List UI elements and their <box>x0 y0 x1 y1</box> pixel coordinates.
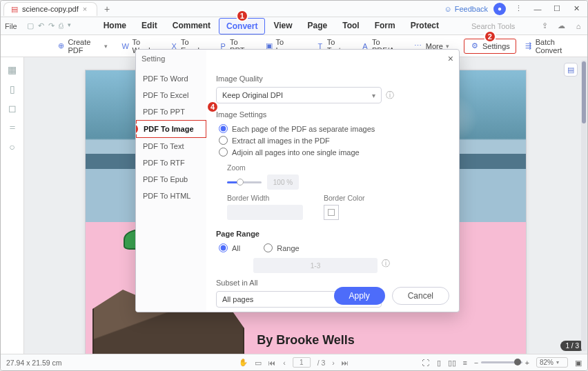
tab-protect[interactable]: Protect <box>404 18 446 34</box>
radio-extract[interactable] <box>219 136 228 145</box>
redo-icon[interactable]: ↷ <box>48 21 55 30</box>
maximize-button[interactable]: ☐ <box>550 3 564 15</box>
close-tab-icon[interactable]: × <box>83 5 87 13</box>
side-pdf-to-rtf[interactable]: PDF To RTF <box>136 154 206 171</box>
vertical-scrollbar[interactable] <box>581 60 587 351</box>
side-pdf-to-excel[interactable]: PDF To Excel <box>136 87 206 103</box>
settings-dialog: Setting × PDF To Word PDF To Excel PDF T… <box>135 49 460 312</box>
side-pdf-to-text[interactable]: PDF To Text <box>136 138 206 154</box>
radio-range[interactable] <box>264 243 273 252</box>
zoom-value-box[interactable]: 100 % <box>267 174 299 190</box>
continuous-icon[interactable]: ≡ <box>463 359 467 367</box>
radio-each-page[interactable] <box>219 124 228 133</box>
batch-convert-button[interactable]: ⇶ Batch Convert <box>519 36 582 57</box>
tab-edit[interactable]: Edit <box>135 18 164 34</box>
info-icon[interactable]: ⓘ <box>386 90 394 101</box>
select-tool-icon[interactable]: ▭ <box>255 359 262 367</box>
scrollbar-thumb[interactable] <box>582 61 586 123</box>
page-range-all[interactable]: All <box>216 242 240 254</box>
border-color-picker[interactable] <box>324 205 339 220</box>
prev-page-icon[interactable]: ‹ <box>283 359 286 367</box>
callout-3: 3 <box>135 123 139 135</box>
zoom-slider-knob[interactable] <box>237 179 244 186</box>
minimize-button[interactable]: — <box>531 3 545 15</box>
kebab-icon[interactable]: ⋮ <box>511 3 525 15</box>
apply-button[interactable]: Apply <box>334 287 385 305</box>
feedback-link[interactable]: ☺ Feedback <box>444 5 488 13</box>
file-menu[interactable]: File <box>5 22 17 30</box>
save-icon[interactable]: ▢ <box>27 21 34 30</box>
side-pdf-to-ppt[interactable]: PDF To PPT <box>136 103 206 120</box>
fullscreen-icon[interactable]: ▣ <box>575 359 582 367</box>
opt-adjoin[interactable]: Adjoin all pages into one single image <box>216 146 449 158</box>
search-tools-input[interactable]: Search Tools <box>471 22 533 30</box>
last-page-icon[interactable]: ⏭ <box>342 359 349 367</box>
side-pdf-to-epub[interactable]: PDF To Epub <box>136 171 206 188</box>
tab-view[interactable]: View <box>266 18 299 34</box>
info-icon[interactable]: ⓘ <box>382 258 390 270</box>
image-quality-label: Image Quality <box>216 74 449 83</box>
tab-home[interactable]: Home <box>97 18 133 34</box>
tab-comment[interactable]: Comment <box>166 18 217 34</box>
word-icon: W <box>121 41 130 51</box>
fit-width-icon[interactable]: ⛶ <box>422 359 430 367</box>
zoom-out-icon[interactable]: − <box>474 359 478 367</box>
border-width-input[interactable] <box>227 205 303 220</box>
side-pdf-to-html[interactable]: PDF To HTML <box>136 188 206 204</box>
border-width-label: Border Width <box>227 194 303 202</box>
zoom-percent-dropdown[interactable]: 82% ▾ <box>536 357 568 368</box>
radio-adjoin[interactable] <box>219 148 228 157</box>
tab-title: science-copy.pdf <box>22 5 79 13</box>
gear-icon: ⚙ <box>470 41 480 51</box>
side-pdf-to-image[interactable]: 3 PDF To Image <box>136 120 206 138</box>
zoom-in-icon[interactable]: + <box>525 359 529 367</box>
attachment-icon[interactable]: ＝ <box>7 122 18 133</box>
print-icon[interactable]: ⎙ <box>59 21 63 30</box>
cancel-button[interactable]: Cancel <box>392 287 449 305</box>
dialog-title: Setting <box>141 54 165 63</box>
close-window-button[interactable]: ✕ <box>569 3 583 15</box>
tab-tool[interactable]: Tool <box>335 18 366 34</box>
thumbnails-icon[interactable]: ▦ <box>7 64 18 75</box>
document-tab[interactable]: ▤ science-copy.pdf × <box>3 2 97 16</box>
page-range-label: Page Range <box>216 230 449 238</box>
left-rail: ▦ ▯ ◻ ＝ ○ <box>1 57 24 354</box>
pdf-file-icon: ▤ <box>11 5 18 14</box>
user-avatar[interactable]: ● <box>493 3 506 15</box>
comment-icon[interactable]: ◻ <box>7 103 18 114</box>
first-page-icon[interactable]: ⏮ <box>268 359 276 367</box>
zoom-slider-control[interactable] <box>227 181 262 183</box>
title-bar: ▤ science-copy.pdf × + ☺ Feedback ● ⋮ — … <box>1 1 587 17</box>
search-icon[interactable]: ○ <box>7 141 18 152</box>
dropdown-chevron-icon[interactable]: ▾ <box>68 21 71 30</box>
zoom-label: Zoom <box>227 163 449 172</box>
side-pdf-to-word[interactable]: PDF To Word <box>136 70 206 87</box>
create-pdf-icon: ⊕ <box>57 41 66 51</box>
hand-tool-icon[interactable]: ✋ <box>239 358 248 367</box>
new-tab-button[interactable]: + <box>100 3 114 14</box>
page-thumbnail-icon[interactable]: ▤ <box>564 63 578 77</box>
settings-button[interactable]: 2 ⚙ Settings <box>464 39 516 54</box>
page-range-range[interactable]: Range <box>261 242 299 254</box>
radio-all[interactable] <box>219 243 228 252</box>
page-range-input[interactable]: 1-3 <box>253 258 378 273</box>
bookmark-icon[interactable]: ▯ <box>7 83 18 94</box>
share-icon[interactable]: ⇪ <box>540 21 550 31</box>
tab-page[interactable]: Page <box>301 18 335 34</box>
opt-extract[interactable]: Extract all images in the PDF <box>216 134 449 146</box>
image-quality-select[interactable]: Keep Original DPI ▾ <box>216 87 382 103</box>
zoom-slider[interactable]: − + <box>474 359 529 367</box>
two-page-icon[interactable]: ▯▯ <box>448 359 456 367</box>
home-icon[interactable]: ⌂ <box>574 21 583 31</box>
batch-icon: ⇶ <box>525 41 533 51</box>
tab-convert[interactable]: Convert 1 <box>219 18 265 34</box>
next-page-icon[interactable]: › <box>332 359 335 367</box>
dialog-main: Image Quality Keep Original DPI ▾ ⓘ 4 Im… <box>206 50 459 312</box>
undo-icon[interactable]: ↶ <box>38 21 44 30</box>
page-number-input[interactable]: 1 <box>293 357 311 368</box>
single-page-icon[interactable]: ▯ <box>437 359 441 367</box>
cloud-icon[interactable]: ☁ <box>557 21 567 31</box>
opt-each-page[interactable]: Each page of the PDF as separate images <box>216 123 449 134</box>
tab-form[interactable]: Form <box>368 18 402 34</box>
create-pdf-button[interactable]: ⊕ Create PDF ▾ <box>52 36 113 57</box>
